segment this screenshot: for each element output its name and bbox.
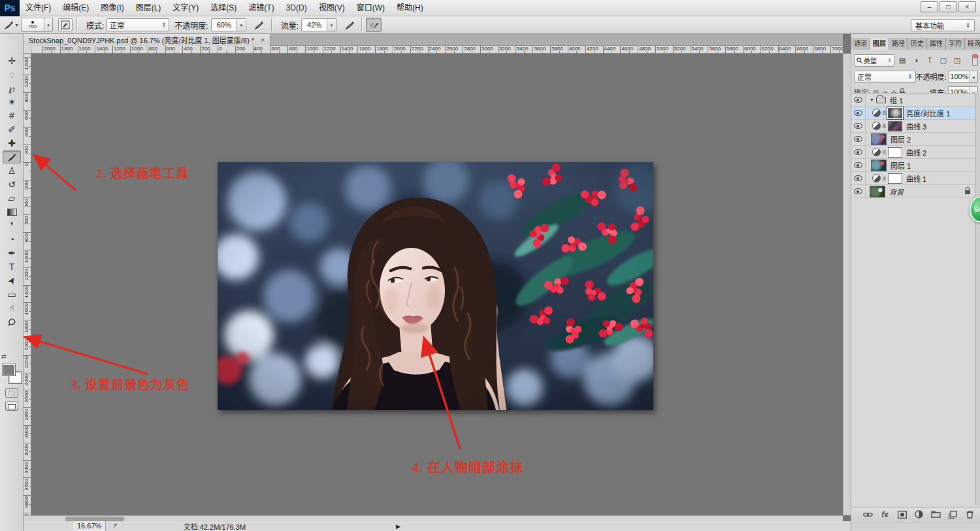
- tablet-flow-button[interactable]: [342, 18, 357, 32]
- workspace-select[interactable]: 基本功能⇕: [911, 19, 975, 31]
- eyedropper-tool[interactable]: ✐: [3, 123, 21, 136]
- hand-tool[interactable]: ☝: [3, 301, 21, 315]
- pen-tool[interactable]: ✒: [3, 247, 21, 260]
- layer-thumbnail[interactable]: [870, 186, 885, 197]
- visibility-toggle[interactable]: [851, 159, 866, 172]
- close-button[interactable]: ×: [958, 1, 976, 12]
- layer-opacity-dropdown[interactable]: ▾: [970, 71, 978, 83]
- new-layer-button[interactable]: [947, 509, 958, 519]
- gradient-tool[interactable]: [3, 205, 21, 218]
- toggle-brush-panel-button[interactable]: [58, 18, 73, 31]
- tab-history[interactable]: 历史: [908, 38, 927, 50]
- zoom-level-field[interactable]: 16.67%: [73, 521, 106, 531]
- brush-preset-picker[interactable]: 700: [21, 18, 44, 32]
- layer-mask-thumbnail[interactable]: [888, 147, 902, 158]
- brush-tool-preset-icon[interactable]: ▾: [4, 18, 18, 31]
- flow-dropdown[interactable]: ▾: [327, 18, 336, 31]
- screen-mode-button[interactable]: [5, 402, 18, 411]
- new-group-button[interactable]: [930, 509, 941, 519]
- clone-stamp-tool[interactable]: ♙: [3, 164, 21, 177]
- menu-item-8[interactable]: 视图(V): [313, 0, 351, 16]
- export-icon[interactable]: ↱: [112, 522, 118, 530]
- layer-row-curves1[interactable]: 8 曲线 1: [851, 172, 975, 185]
- opacity-input[interactable]: 60%: [211, 18, 237, 31]
- visibility-toggle[interactable]: [851, 185, 866, 198]
- menu-item-3[interactable]: 图层(L): [130, 0, 167, 16]
- visibility-toggle[interactable]: [851, 146, 866, 159]
- swap-colors-icon[interactable]: ⇄: [1, 353, 21, 362]
- horizontal-scrollbar[interactable]: [24, 515, 843, 521]
- zoom-tool[interactable]: Ϙ: [3, 315, 21, 328]
- layer-row-layer2[interactable]: 图层 2: [851, 133, 975, 146]
- opacity-dropdown[interactable]: ▾: [237, 18, 246, 31]
- layer-mask-thumbnail[interactable]: [888, 173, 902, 184]
- filter-shape-layers-icon[interactable]: ▢: [938, 54, 949, 66]
- layer-row-group1[interactable]: ▼ 组 1: [851, 94, 975, 107]
- menu-item-10[interactable]: 帮助(H): [391, 0, 429, 16]
- expand-arrow-icon[interactable]: ▼: [870, 97, 874, 102]
- marquee-tool[interactable]: ◌: [3, 68, 21, 81]
- minimize-button[interactable]: –: [921, 1, 938, 12]
- airbrush-button[interactable]: [366, 18, 382, 32]
- eraser-tool[interactable]: ▱: [3, 192, 21, 205]
- layer-row-brightness-contrast[interactable]: 8 亮度/对比度 1: [851, 107, 975, 120]
- layer-thumbnail[interactable]: [871, 133, 887, 145]
- move-tool[interactable]: ✛: [3, 54, 21, 67]
- vertical-scrollbar[interactable]: [843, 54, 851, 515]
- layer-style-button[interactable]: fx: [879, 509, 890, 519]
- path-select-tool[interactable]: ➤: [3, 274, 21, 287]
- layer-row-background[interactable]: 背景: [851, 185, 975, 198]
- tab-layers[interactable]: 图层: [870, 38, 889, 50]
- healing-brush-tool[interactable]: ✚: [3, 137, 21, 150]
- add-mask-button[interactable]: [896, 509, 907, 519]
- filter-pixel-layers-icon[interactable]: ▤: [896, 54, 908, 66]
- tab-paths[interactable]: 路径: [889, 38, 908, 50]
- layer-row-layer1[interactable]: 图层 1: [851, 159, 975, 172]
- canvas-area[interactable]: [31, 54, 843, 515]
- foreground-color-swatch[interactable]: [3, 364, 15, 375]
- visibility-toggle[interactable]: [851, 120, 866, 133]
- new-adjustment-layer-button[interactable]: [913, 509, 924, 519]
- menu-item-4[interactable]: 文字(Y): [167, 0, 204, 16]
- layer-mask-thumbnail[interactable]: [888, 121, 902, 131]
- photo-document[interactable]: [218, 162, 653, 410]
- layer-opacity-input[interactable]: 100%: [949, 71, 970, 83]
- toolbar-grip[interactable]: ∙∙∙∙∙∙: [0, 34, 23, 41]
- blend-mode-select[interactable]: 正常⇕: [106, 18, 169, 31]
- menu-item-2[interactable]: 图像(I): [95, 0, 129, 16]
- menu-item-1[interactable]: 编辑(E): [57, 0, 95, 16]
- filter-type-layers-icon[interactable]: T: [924, 54, 936, 66]
- visibility-toggle[interactable]: [851, 107, 866, 120]
- layer-mask-thumbnail[interactable]: [888, 108, 902, 118]
- filter-toggle-switch[interactable]: [972, 54, 978, 66]
- visibility-toggle[interactable]: [851, 133, 866, 146]
- layer-row-curves2[interactable]: 8 曲线 2: [851, 146, 975, 159]
- filter-smart-objects-icon[interactable]: ◳: [951, 54, 963, 66]
- shape-tool[interactable]: ▭: [3, 288, 21, 301]
- lasso-tool[interactable]: ℘: [3, 82, 21, 95]
- delete-layer-button[interactable]: [964, 509, 975, 519]
- history-brush-tool[interactable]: ↺: [3, 178, 21, 191]
- brush-tool[interactable]: [3, 150, 21, 163]
- visibility-toggle[interactable]: [851, 172, 866, 185]
- magic-wand-tool[interactable]: ✶: [3, 95, 21, 109]
- tab-paragraph[interactable]: 段落: [965, 38, 980, 50]
- type-tool[interactable]: T: [3, 260, 21, 273]
- tab-close-icon[interactable]: ×: [261, 36, 265, 44]
- layer-filter-select[interactable]: 类型 ⇕: [854, 54, 894, 67]
- quick-mask-button[interactable]: [5, 388, 18, 398]
- status-menu-arrow-icon[interactable]: ▶: [396, 523, 400, 530]
- crop-tool[interactable]: #: [3, 109, 21, 122]
- tablet-opacity-button[interactable]: [252, 18, 267, 32]
- filter-adjustment-layers-icon[interactable]: ◑: [910, 54, 922, 66]
- flow-input[interactable]: 42%: [301, 18, 327, 31]
- scrollbar-thumb[interactable]: [65, 517, 124, 521]
- maximize-button[interactable]: □: [939, 1, 957, 12]
- document-tab[interactable]: StockSnap_0QND9YJPHK.psd @ 16.7% (亮度/对比度…: [24, 34, 270, 46]
- blur-tool[interactable]: ❜: [3, 219, 21, 232]
- visibility-toggle[interactable]: [851, 94, 866, 107]
- brush-preset-dropdown[interactable]: ▾: [44, 18, 53, 32]
- tab-character[interactable]: 字符: [946, 38, 965, 50]
- layer-blend-mode-select[interactable]: 正常⇕: [854, 71, 916, 83]
- menu-item-6[interactable]: 滤镜(T): [242, 0, 280, 16]
